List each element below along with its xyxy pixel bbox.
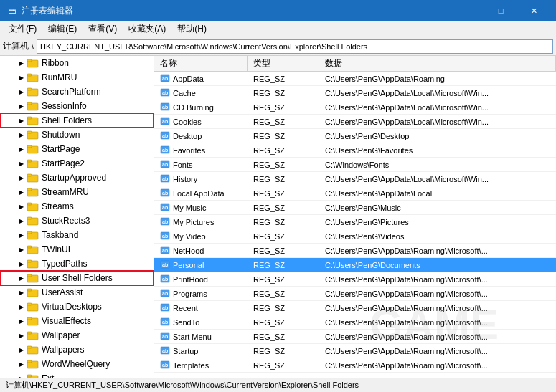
entry-row[interactable]: ab StartupREG_SZC:\Users\PenG\AppData\Ro… bbox=[154, 344, 556, 358]
col-header-type[interactable]: 类型 bbox=[248, 56, 319, 71]
entry-name-text: Personal bbox=[173, 261, 204, 269]
entry-name-cell: ab Cookies bbox=[154, 117, 248, 127]
reg-value-icon: ab bbox=[160, 317, 170, 328]
entry-data-cell: C:\Users\PenG\AppData\Roaming\Microsoft\… bbox=[319, 347, 556, 355]
tree-item[interactable]: ▶ StreamMRU bbox=[0, 185, 154, 199]
entry-row[interactable]: ab Local AppDataREG_SZC:\Users\PenG\AppD… bbox=[154, 186, 556, 201]
tree-item[interactable]: ▶ Shutdown bbox=[0, 128, 154, 142]
entry-type-cell: REG_SZ bbox=[248, 275, 319, 284]
svg-text:ab: ab bbox=[162, 363, 168, 368]
folder-icon bbox=[27, 130, 39, 140]
reg-value-icon: ab bbox=[160, 145, 170, 156]
entry-data-cell: C:\Users\PenG\AppData\Roaming bbox=[319, 75, 556, 83]
entry-row[interactable]: ab CacheREG_SZC:\Users\PenG\AppData\Loca… bbox=[154, 86, 556, 100]
entry-name-text: Fonts bbox=[173, 161, 193, 169]
entry-row[interactable]: ab PrintHoodREG_SZC:\Users\PenG\AppData\… bbox=[154, 272, 556, 287]
tree-item[interactable]: ▶ SearchPlatform bbox=[0, 85, 154, 99]
reg-value-icon: ab bbox=[160, 174, 170, 184]
tree-item[interactable]: ▶ Ext bbox=[0, 371, 154, 378]
svg-rect-21 bbox=[27, 203, 32, 205]
svg-text:ab: ab bbox=[162, 148, 168, 153]
entry-row[interactable]: ab FavoritesREG_SZC:\Users\PenG\Favorite… bbox=[154, 143, 556, 158]
svg-text:ab: ab bbox=[162, 277, 168, 282]
entry-type-cell: REG_SZ bbox=[248, 89, 319, 97]
entry-row[interactable]: ab TemplatesREG_SZC:\Users\PenG\AppData\… bbox=[154, 358, 556, 373]
tree-item[interactable]: ▶ WordWheelQuery bbox=[0, 357, 154, 371]
entry-name-cell: ab My Pictures bbox=[154, 217, 248, 227]
tree-item[interactable]: ▶ StuckRects3 bbox=[0, 214, 154, 228]
entry-row[interactable]: ab AppDataREG_SZC:\Users\PenG\AppData\Ro… bbox=[154, 72, 556, 86]
tree-item[interactable]: ▶ StartPage2 bbox=[0, 156, 154, 171]
entry-row[interactable]: ab FontsREG_SZC:\Windows\Fonts bbox=[154, 158, 556, 172]
expand-arrow-icon: ▶ bbox=[17, 102, 26, 110]
entry-row[interactable]: ab SendToREG_SZC:\Users\PenG\AppData\Roa… bbox=[154, 315, 556, 330]
tree-item-label: VirtualDesktops bbox=[42, 302, 102, 312]
entry-name-text: Desktop bbox=[173, 132, 202, 140]
minimize-button[interactable]: ─ bbox=[451, 0, 484, 21]
expand-arrow-icon: ▶ bbox=[17, 245, 26, 254]
tree-item[interactable]: ▶ VisualEffects bbox=[0, 314, 154, 328]
col-header-name[interactable]: 名称 bbox=[154, 56, 248, 71]
entry-row[interactable]: ab HistoryREG_SZC:\Users\PenG\AppData\Lo… bbox=[154, 172, 556, 186]
menu-view[interactable]: 查看(V) bbox=[83, 21, 123, 37]
svg-rect-19 bbox=[27, 188, 32, 191]
entry-row[interactable]: ab DesktopREG_SZC:\Users\PenG\Desktop bbox=[154, 129, 556, 143]
entry-row[interactable]: ab ProgramsREG_SZC:\Users\PenG\AppData\R… bbox=[154, 287, 556, 301]
tree-item[interactable]: ▶ RunMRU bbox=[0, 70, 154, 85]
tree-item[interactable]: ▶ User Shell Folders bbox=[0, 271, 154, 285]
entry-row[interactable]: ab NetHoodREG_SZC:\Users\PenG\AppData\Ro… bbox=[154, 244, 556, 258]
menu-edit[interactable]: 编辑(E) bbox=[42, 21, 83, 37]
svg-text:ab: ab bbox=[162, 176, 168, 181]
tree-item-label: StartupApproved bbox=[42, 173, 106, 183]
tree-item[interactable]: ▶ TypedPaths bbox=[0, 257, 154, 271]
tree-item[interactable]: ▶ Wallpaper bbox=[0, 328, 154, 343]
menu-file[interactable]: 文件(F) bbox=[3, 21, 42, 37]
entry-type-cell: REG_SZ bbox=[248, 146, 319, 155]
entry-row[interactable]: ab My PicturesREG_SZC:\Users\PenG\Pictur… bbox=[154, 215, 556, 229]
expand-arrow-icon: ▶ bbox=[17, 288, 26, 297]
entry-row[interactable]: ab PersonalREG_SZC:\Users\PenG\Documents bbox=[154, 258, 556, 272]
tree-item[interactable]: ▶ Wallpapers bbox=[0, 343, 154, 357]
folder-icon bbox=[27, 359, 39, 369]
tree-item[interactable]: ▶ TWinUI bbox=[0, 242, 154, 257]
tree-item-label: Shutdown bbox=[42, 130, 80, 140]
close-button[interactable]: ✕ bbox=[517, 0, 550, 21]
tree-item[interactable]: ▶ Streams bbox=[0, 199, 154, 214]
entry-row[interactable]: ab Start MenuREG_SZC:\Users\PenG\AppData… bbox=[154, 330, 556, 344]
entry-name-text: NetHood bbox=[173, 247, 204, 255]
entry-row[interactable]: ab CookiesREG_SZC:\Users\PenG\AppData\Lo… bbox=[154, 115, 556, 129]
entry-type-cell: REG_SZ bbox=[248, 333, 319, 341]
folder-icon bbox=[27, 316, 39, 326]
tree-item[interactable]: ▶ SessionInfo bbox=[0, 99, 154, 113]
tree-item[interactable]: ▶ Ribbon bbox=[0, 56, 154, 70]
tree-item[interactable]: ▶ VirtualDesktops bbox=[0, 300, 154, 314]
address-input[interactable] bbox=[37, 39, 553, 54]
tree-item[interactable]: ▶ StartPage bbox=[0, 142, 154, 156]
entry-row[interactable]: ab My MusicREG_SZC:\Users\PenG\Music bbox=[154, 201, 556, 215]
tree-item[interactable]: ▶ StartupApproved bbox=[0, 171, 154, 185]
tree-item-label: Wallpapers bbox=[42, 345, 85, 355]
entry-name-text: CD Burning bbox=[173, 103, 214, 112]
svg-rect-25 bbox=[27, 231, 32, 234]
entry-row[interactable]: ab My VideoREG_SZC:\Users\PenG\Videos bbox=[154, 229, 556, 244]
expand-arrow-icon: ▶ bbox=[17, 159, 26, 168]
tree-item[interactable]: ▶ Taskband bbox=[0, 228, 154, 242]
folder-icon bbox=[27, 144, 39, 154]
entry-data-cell: C:\Users\PenG\Favorites bbox=[319, 146, 556, 155]
entry-data-cell: C:\Users\PenG\AppData\Local\Microsoft\Wi… bbox=[319, 103, 556, 112]
entry-type-cell: REG_SZ bbox=[248, 204, 319, 212]
svg-rect-43 bbox=[27, 360, 32, 363]
entry-name-text: History bbox=[173, 175, 197, 183]
entry-row[interactable]: ab CD BurningREG_SZC:\Users\PenG\AppData… bbox=[154, 100, 556, 115]
entry-name-cell: ab Programs bbox=[154, 289, 248, 299]
maximize-button[interactable]: □ bbox=[484, 0, 517, 21]
entry-row[interactable]: ab RecentREG_SZC:\Users\PenG\AppData\Roa… bbox=[154, 301, 556, 315]
col-header-data[interactable]: 数据 bbox=[319, 56, 556, 71]
tree-item[interactable]: ▶ Shell Folders bbox=[0, 113, 154, 128]
reg-value-icon: ab bbox=[160, 231, 170, 242]
menu-favorites[interactable]: 收藏夹(A) bbox=[123, 21, 171, 37]
expand-arrow-icon: ▶ bbox=[17, 331, 26, 340]
expand-arrow-icon: ▶ bbox=[17, 374, 26, 378]
menu-help[interactable]: 帮助(H) bbox=[171, 21, 212, 37]
tree-item[interactable]: ▶ UserAssist bbox=[0, 285, 154, 300]
